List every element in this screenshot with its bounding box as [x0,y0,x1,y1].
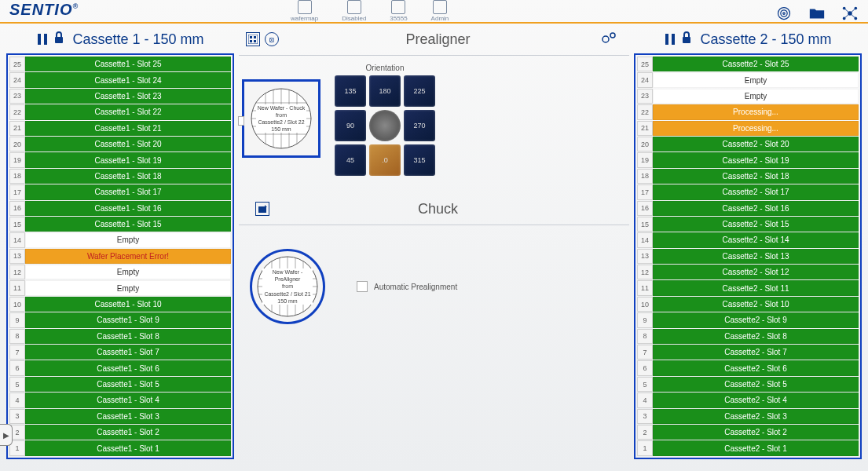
settings-icon[interactable] [601,31,618,47]
disabled-icon[interactable]: Disabled [342,0,366,22]
slot-c2-12[interactable]: 12Cassette2 - Slot 12 [637,265,859,279]
folder-icon[interactable] [808,5,826,22]
slot-label: Cassette2 - Slot 12 [653,265,859,279]
slot-c2-18[interactable]: 18Cassette2 - Slot 18 [637,169,859,184]
slot-c1-25[interactable]: 25Cassette1 - Slot 25 [9,57,231,71]
slot-c1-19[interactable]: 19Cassette1 - Slot 19 [9,152,231,167]
orientation-45[interactable]: 45 [335,144,366,176]
svg-rect-11 [248,35,258,44]
slot-c1-15[interactable]: 15Cassette1 - Slot 15 [9,217,231,232]
expand-tab[interactable]: ▶ [0,424,13,446]
chuck-title: Chuck [418,201,458,217]
slot-c1-8[interactable]: 8Cassette1 - Slot 8 [9,329,231,344]
svg-rect-12 [250,36,252,38]
slot-number: 19 [637,152,653,167]
slot-c1-12[interactable]: 12Empty [9,265,231,279]
slot-c2-16[interactable]: 16Cassette2 - Slot 16 [637,201,859,216]
slot-label: Cassette1 - Slot 1 [25,440,231,455]
orientation-315[interactable]: 315 [404,144,435,176]
slot-c1-10[interactable]: 10Cassette1 - Slot 10 [9,297,231,312]
orientation-grid: 1351802259027045.0315 [335,75,435,176]
slot-number: 3 [637,409,653,424]
slot-c2-22[interactable]: 22Processing... [637,104,859,119]
slot-c2-4[interactable]: 4Cassette2 - Slot 4 [637,392,859,407]
slot-c1-9[interactable]: 9Cassette1 - Slot 9 [9,312,231,327]
target-icon[interactable] [775,5,793,22]
slot-c1-4[interactable]: 4Cassette1 - Slot 4 [9,392,231,407]
lock-icon [681,31,692,47]
slot-c2-2[interactable]: 2Cassette2 - Slot 2 [637,425,859,440]
slot-c1-14[interactable]: 14Empty [9,232,231,247]
slot-number: 23 [637,89,653,104]
slot-c1-6[interactable]: 6Cassette1 - Slot 6 [9,360,231,375]
orientation-0[interactable]: .0 [369,144,401,176]
app-header: SENTIO® wafermapDisabled35555Admin [0,0,868,24]
prealigner-wafer[interactable]: New Wafer - Chuck from Cassette2 / Slot … [242,79,320,158]
orientation-135[interactable]: 135 [335,75,366,107]
slot-c2-9[interactable]: 9Cassette2 - Slot 9 [637,312,859,327]
admin-icon[interactable]: Admin [431,0,449,22]
slot-c1-20[interactable]: 20Cassette1 - Slot 20 [9,137,231,152]
slot-c2-15[interactable]: 15Cassette2 - Slot 15 [637,217,859,232]
slot-c2-14[interactable]: 14Cassette2 - Slot 14 [637,232,859,247]
slot-label: Cassette2 - Slot 1 [653,440,859,455]
slot-c1-16[interactable]: 16Cassette1 - Slot 16 [9,201,231,216]
slot-c2-24[interactable]: 24Empty [637,72,859,87]
slot-c1-18[interactable]: 18Cassette1 - Slot 18 [9,169,231,184]
slot-c2-21[interactable]: 21Processing... [637,121,859,136]
slot-c2-8[interactable]: 8Cassette2 - Slot 8 [637,329,859,344]
auto-prealign-row[interactable]: Automatic Prealignment [357,281,457,292]
orientation-225[interactable]: 225 [404,75,435,107]
slot-c2-13[interactable]: 13Cassette2 - Slot 13 [637,249,859,264]
slot-c1-1[interactable]: 1Cassette1 - Slot 1 [9,440,231,455]
chuck-wafer[interactable]: New Wafer - PreAligner from Cassette2 / … [250,249,325,324]
slot-c2-7[interactable]: 7Cassette2 - Slot 7 [637,345,859,360]
slot-c1-3[interactable]: 3Cassette1 - Slot 3 [9,409,231,424]
slot-c1-17[interactable]: 17Cassette1 - Slot 17 [9,184,231,199]
orientation-180[interactable]: 180 [369,75,401,107]
slot-c1-24[interactable]: 24Cassette1 - Slot 24 [9,72,231,87]
slot-number: 17 [9,184,25,199]
slot-c2-10[interactable]: 10Cassette2 - Slot 10 [637,297,859,312]
wafer-handle[interactable] [238,116,244,126]
network-icon[interactable]: 35555 [390,0,407,22]
wafer-icon[interactable]: ⦻ [265,32,279,46]
slot-c1-2[interactable]: 2Cassette1 - Slot 2 [9,425,231,440]
slot-number: 23 [9,89,25,104]
slot-label: Cassette1 - Slot 25 [25,57,231,71]
slot-c1-21[interactable]: 21Cassette1 - Slot 21 [9,121,231,136]
cassette-2-panel: Cassette 2 - 150 mm 25Cassette2 - Slot 2… [634,28,862,463]
chuck-icon[interactable] [255,202,269,216]
slot-number: 2 [637,425,653,440]
slot-c2-11[interactable]: 11Cassette2 - Slot 11 [637,280,859,295]
slot-c1-11[interactable]: 11Empty [9,280,231,295]
slot-c2-23[interactable]: 23Empty [637,89,859,104]
slot-c2-17[interactable]: 17Cassette2 - Slot 17 [637,184,859,199]
slot-number: 5 [637,377,653,392]
slot-c2-5[interactable]: 5Cassette2 - Slot 5 [637,377,859,392]
wafermap-icon[interactable]: wafermap [291,0,318,22]
auto-prealign-label: Automatic Prealignment [374,283,457,291]
nodes-icon[interactable] [841,5,859,22]
slot-c1-7[interactable]: 7Cassette1 - Slot 7 [9,345,231,360]
svg-rect-29 [258,206,266,213]
slot-number: 8 [637,329,653,344]
cassette-1-title: Cassette 1 - 150 mm [72,31,203,48]
grid-icon[interactable] [246,32,260,46]
slot-c2-3[interactable]: 3Cassette2 - Slot 3 [637,409,859,424]
slot-c2-19[interactable]: 19Cassette2 - Slot 19 [637,152,859,167]
slot-number: 24 [9,72,25,87]
auto-prealign-checkbox[interactable] [357,281,368,292]
slot-c2-25[interactable]: 25Cassette2 - Slot 25 [637,57,859,71]
orientation-90[interactable]: 90 [335,110,366,141]
slot-c2-6[interactable]: 6Cassette2 - Slot 6 [637,360,859,375]
orientation-270[interactable]: 270 [404,110,435,141]
slot-c2-1[interactable]: 1Cassette2 - Slot 1 [637,440,859,455]
cassette-2-slots: 25Cassette2 - Slot 2524Empty23Empty22Pro… [634,53,862,459]
slot-c1-23[interactable]: 23Cassette1 - Slot 23 [9,89,231,104]
slot-c2-20[interactable]: 20Cassette2 - Slot 20 [637,137,859,152]
slot-c1-22[interactable]: 22Cassette1 - Slot 22 [9,104,231,119]
cassette-icon [36,33,49,46]
slot-c1-5[interactable]: 5Cassette1 - Slot 5 [9,377,231,392]
slot-c1-13[interactable]: 13Wafer Placement Error! [9,249,231,264]
